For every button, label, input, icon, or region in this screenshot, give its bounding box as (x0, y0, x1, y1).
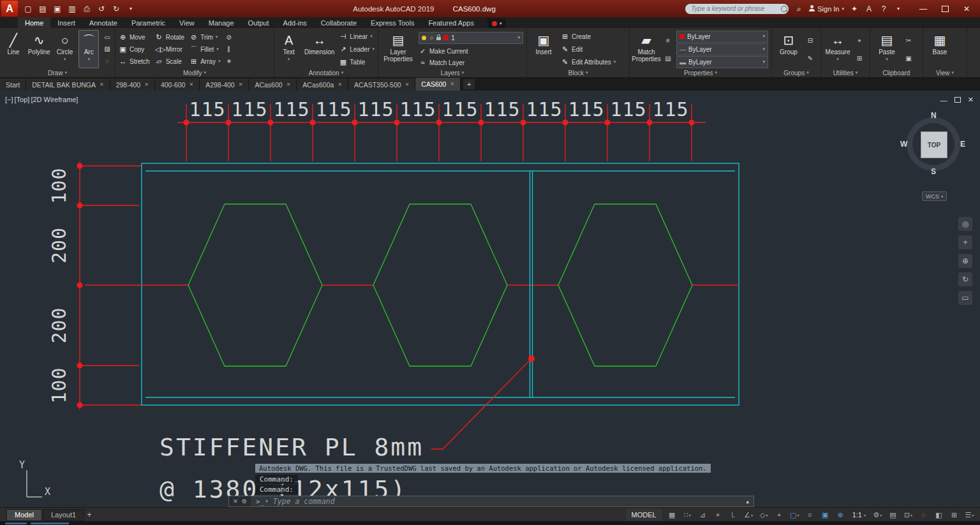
ribbon-tab[interactable]: Annotate (82, 17, 124, 28)
qat-dropdown-icon[interactable]: ▾ (126, 6, 136, 11)
plot-icon[interactable]: ⎙ (82, 4, 92, 13)
circle-button[interactable]: ○Circle▾ (55, 30, 75, 68)
region-icon[interactable]: ◌ (103, 57, 112, 65)
hexagonal-hole[interactable] (373, 204, 507, 366)
ribbon-tab[interactable]: Featured Apps (421, 17, 481, 28)
ribbon-tab[interactable]: Insert (50, 17, 82, 28)
panel-label-draw[interactable]: Draw▾ (3, 68, 112, 77)
maximize-button[interactable] (934, 0, 956, 17)
open-file-icon[interactable]: ▤ (38, 4, 48, 13)
match-layer-button[interactable]: ≈Match Layer (419, 59, 523, 66)
mirror-button[interactable]: ◁▷Mirror (155, 43, 184, 55)
infer-constraints-icon[interactable]: ⊿ ▾ (695, 509, 710, 521)
panel-label-layers[interactable]: Layers▾ (382, 68, 523, 77)
top-dimension-label[interactable]: 115 (231, 98, 267, 121)
lock-ui-icon[interactable]: ⊡ ▾ (901, 509, 916, 521)
file-tab-close-icon[interactable]: ✕ (189, 82, 193, 87)
polar-tracking-icon[interactable]: ∠ ▾ (741, 509, 756, 521)
save-as-icon[interactable]: ▥ (67, 4, 77, 13)
command-bar-grip[interactable]: ✕ ⚙ (229, 496, 251, 507)
measure-button[interactable]: ↔Measure▾ (824, 30, 851, 68)
panel-label-clipboard[interactable]: Clipboard (873, 68, 919, 77)
command-history-toggle-icon[interactable]: ▴ (741, 498, 754, 505)
ribbon-tab[interactable]: Parametric (124, 17, 172, 28)
group-button[interactable]: ⊡Group (775, 30, 802, 68)
hexagonal-hole[interactable] (558, 204, 692, 366)
top-dimension-label[interactable]: 115 (526, 98, 562, 121)
wcs-selector[interactable]: WCS ▾ (922, 191, 947, 201)
file-tab[interactable]: Start ✕ (0, 78, 26, 91)
linear-button[interactable]: ⊣Linear▾ (339, 33, 375, 41)
new-tab-button[interactable]: + (463, 79, 475, 89)
array-button[interactable]: ⊞Array▾ (189, 55, 220, 68)
leader-button[interactable]: ↗Leader▾ (339, 45, 375, 54)
viewcube-top-face[interactable]: TOP (921, 131, 947, 158)
top-dimension-label[interactable]: 115 (610, 98, 646, 121)
layout-tab[interactable]: Model (6, 509, 42, 521)
copy-button[interactable]: ▣Copy (119, 43, 150, 55)
paste-button[interactable]: ▤Paste▾ (873, 30, 900, 68)
panel-label-annotation[interactable]: Annotation▾ (278, 68, 375, 77)
left-dimension-label[interactable]: 100 (48, 167, 70, 203)
base-button[interactable]: ▦Base (926, 30, 953, 68)
top-dimension-label[interactable]: 115 (442, 98, 478, 121)
panel-label-block[interactable]: Block▾ (530, 68, 626, 77)
rotate-button[interactable]: ↻Rotate (155, 31, 184, 43)
panel-label-modify[interactable]: Modify▾ (119, 68, 271, 77)
linetype-select[interactable]: —ByLayer▾ (676, 43, 768, 55)
infocenter-record-button[interactable]: ▾ (487, 18, 507, 28)
redo-icon[interactable]: ↻ (111, 4, 121, 13)
file-tab[interactable]: 400-600 ✕ (155, 78, 200, 91)
leader-line[interactable] (431, 359, 531, 449)
object-color-select[interactable]: ByLayer▾ (676, 31, 768, 43)
lineweight-icon[interactable]: ≡ ▾ (803, 509, 817, 521)
match-properties-button[interactable]: ▰Match Properties (633, 30, 660, 68)
viewcube-west[interactable]: W (900, 140, 907, 149)
panel-label-utilities[interactable]: Utilities▾ (824, 68, 866, 77)
quick-properties-icon[interactable]: ▤ ▾ (886, 509, 900, 521)
navigation-wheel-icon[interactable]: ◎ (958, 217, 972, 231)
create-block-button[interactable]: ⊞Create (561, 33, 616, 41)
scale-button[interactable]: ▱Scale (155, 55, 184, 68)
app-store-icon[interactable]: ✦ (850, 4, 859, 13)
quick-calc-icon[interactable]: ⊞ (855, 54, 864, 63)
ribbon-tab[interactable]: Express Tools (364, 17, 421, 28)
top-dimension-label[interactable]: 115 (315, 98, 352, 121)
top-dimension-label[interactable]: 115 (273, 98, 309, 121)
ribbon-tab[interactable]: Collaborate (314, 17, 364, 28)
hexagonal-hole[interactable] (188, 204, 322, 366)
file-tab[interactable]: ACas600a ✕ (297, 78, 348, 91)
doc-minimize-icon[interactable]: — (940, 96, 947, 104)
properties-palette-icon[interactable]: ▤ (664, 54, 672, 63)
panel-label-view[interactable]: View▾ (926, 68, 963, 77)
search-box[interactable] (685, 4, 789, 14)
isolate-objects-icon[interactable]: ◌ ▾ (916, 509, 931, 521)
zoom-extents-icon[interactable]: ⊕ (958, 254, 972, 268)
layer-properties-button[interactable]: ▤Layer Properties (382, 30, 415, 68)
stretch-button[interactable]: ↔Stretch (119, 55, 150, 68)
file-tab[interactable]: ACAST350-500 ✕ (348, 78, 415, 91)
command-recent-dropdown-icon[interactable]: ▾ (265, 499, 268, 504)
top-dimension-label[interactable]: 115 (652, 98, 688, 121)
dynamic-input-icon[interactable]: ⌖ ▾ (711, 509, 725, 521)
panel-label-properties[interactable]: Properties▾ (633, 68, 768, 77)
cut-icon[interactable]: ✂ (904, 36, 913, 45)
clean-screen-icon[interactable]: ⊞ ▾ (947, 509, 961, 521)
viewcube[interactable]: N W E S TOP (902, 112, 965, 176)
layer-select[interactable]: ☼ 1 ▾ (419, 32, 523, 44)
isodraft-icon[interactable]: ◇ ▾ (757, 509, 771, 521)
ribbon-tab[interactable]: Add-ins (276, 17, 314, 28)
group-edit-icon[interactable]: ✎ (806, 54, 815, 63)
edit-block-button[interactable]: ✎Edit (561, 45, 616, 54)
top-dimension-label[interactable]: 115 (189, 98, 225, 121)
top-dimension-label[interactable]: 115 (568, 98, 604, 121)
dimension-button[interactable]: ↔Dimension (304, 30, 335, 68)
ribbon-tab[interactable]: View (172, 17, 202, 28)
file-tab[interactable]: 298-400 ✕ (110, 78, 155, 91)
explode-icon[interactable]: ∗ (225, 57, 234, 65)
hatch-icon[interactable]: ▨ (103, 45, 112, 53)
grid-icon[interactable]: ▦ ▾ (665, 509, 679, 521)
top-dimension-label[interactable]: 115 (357, 98, 394, 121)
help-icon[interactable]: ? (879, 4, 888, 13)
ribbon-tab[interactable]: Manage (202, 17, 241, 28)
